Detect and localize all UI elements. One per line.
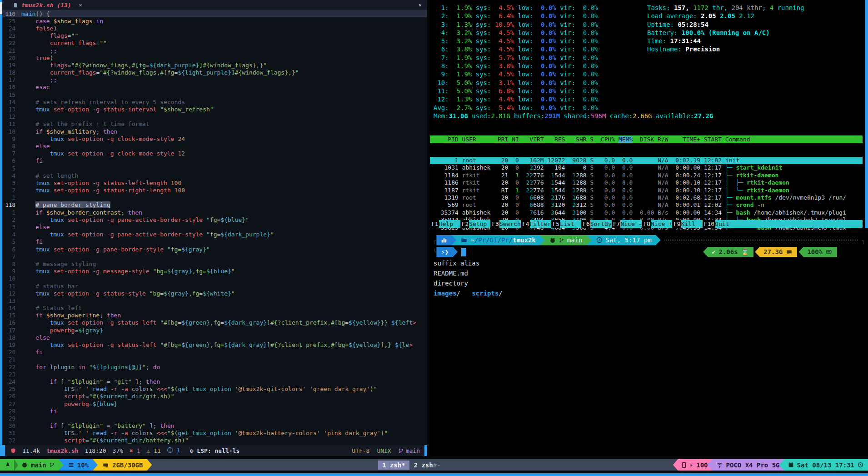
- code-line: 4 tmux set-option -g pane-active-border-…: [2, 231, 427, 238]
- hourglass-icon: ⌛: [741, 248, 749, 256]
- prompt-datetime: Sat, 5:17 pm: [606, 236, 652, 244]
- code-line: 14 # sets refresh interval to every 5 se…: [2, 98, 427, 105]
- editor-pane[interactable]: tmux2k.sh (13) ✕ ✕ 110main() {25 case $s…: [2, 0, 427, 456]
- process-row[interactable]: 1187 rtkit RT 1 22776 1544 1288 S 0.0 0.…: [430, 187, 863, 194]
- terminal-pane[interactable]: ╭ ~/Pr/Gi/Pr/tmux2k main Sat, 5:17 pm ╮ …: [430, 230, 868, 456]
- battery-segment: 100%: [798, 247, 837, 257]
- prompt-corner-tl: ╭: [433, 236, 436, 244]
- code-line: 13 tmux set-option -g status-interval "$…: [2, 105, 427, 113]
- code-line: 8 # message styling: [2, 260, 427, 267]
- code-line: 118 # pane border styling: [2, 201, 427, 209]
- fkey-f8[interactable]: F8: [642, 220, 651, 228]
- prompt-arrow-segment: ⚡❯: [436, 247, 458, 257]
- system-info-line: Tasks: 157, 1172 thr, 204 kthr; 4 runnin…: [647, 4, 804, 12]
- folder-icon: [461, 237, 467, 243]
- prompt-corner-tr: ╮: [862, 236, 865, 244]
- cpu-meter-row: 8: 1.9% sys: 3.8% low: 0.0% vir: 0.0%: [434, 62, 713, 70]
- prompt-arrow: ⚡❯: [441, 248, 449, 256]
- terminal-output-line: directory: [434, 278, 503, 288]
- network-name: POCO X4 Pro 5G: [726, 461, 780, 469]
- system-info-line: Battery: 100.0% (Running on A/C): [647, 29, 804, 37]
- fkey-label[interactable]: List: [560, 220, 581, 228]
- process-row[interactable]: 35374 abhishek 20 0 7616 3644 3100 S 0.0…: [430, 209, 863, 216]
- duration-segment: ✔ 2.06s ⌛: [703, 247, 753, 257]
- branch-icon: [559, 237, 564, 243]
- code-line: 16 tmux set-option -g status-left "#[bg=…: [2, 319, 427, 326]
- cpu-meter-row: 11: 5.0% sys: 6.8% low: 0.0% vir: 0.0%: [434, 87, 713, 95]
- pane-close-icon[interactable]: ✕: [419, 0, 422, 10]
- code-line: 31 IFS=' ' read -r -a colors <<<"$(get_t…: [2, 430, 427, 437]
- cpu-meter-row: 12: 1.3% sys: 4.4% low: 0.0% vir: 0.0%: [434, 95, 713, 103]
- code-line: 5 fi: [2, 238, 427, 246]
- ram-usage: 2GB/30GB: [112, 461, 143, 469]
- fkey-f3[interactable]: F3: [490, 220, 499, 228]
- process-row[interactable]: 1 root 20 0 162M 12072 9028 S 0.0 0.0 N/…: [430, 157, 863, 164]
- code-line: 2 tmux set-option -g status-right-length…: [2, 187, 427, 194]
- system-info-line: Hostname: Precision: [647, 45, 804, 53]
- tab-tmux2k[interactable]: tmux2k.sh (13) ✕: [2, 0, 89, 10]
- code-line: 22 for lplugin in "${lplugins[@]}"; do: [2, 363, 427, 371]
- code-line: 32 script="#($current_dir/battery.sh)": [2, 437, 427, 444]
- fkey-f2[interactable]: F2: [460, 220, 469, 228]
- system-info: Tasks: 157, 1172 thr, 204 kthr; 4 runnin…: [647, 4, 804, 54]
- fkey-f9[interactable]: F9: [672, 220, 681, 228]
- fkey-label[interactable]: Nice -: [620, 220, 642, 228]
- prompt-filler: [664, 240, 858, 241]
- fkey-f4[interactable]: F4: [521, 220, 530, 228]
- code-line: 21 ;;: [2, 47, 427, 54]
- cpu-segment: 10%: [59, 459, 98, 471]
- fkey-label[interactable]: Nice +: [651, 220, 672, 228]
- file-icon: [13, 2, 18, 8]
- tmux-window-2[interactable]: 2 zsh#-: [414, 461, 441, 469]
- terminal-output-line: README.md: [434, 268, 503, 278]
- code-buffer[interactable]: 110main() {25 case $show_flags in24 fals…: [2, 10, 427, 445]
- tmux-battery-percent: 100: [696, 461, 708, 469]
- fkey-f6[interactable]: F6: [581, 220, 590, 228]
- battery-icon: [682, 461, 686, 468]
- time-segment: Sat, 5:17 pm: [587, 235, 661, 246]
- fkey-label[interactable]: Quit: [715, 220, 863, 228]
- code-line: 7 tmux set-option -g clock-mode-style 12: [2, 150, 427, 157]
- encoding-label: UTF-8: [352, 447, 369, 454]
- calendar-icon: [788, 462, 794, 468]
- cpu-meter-row: 10: 5.0% sys: 3.1% low: 0.0% vir: 0.0%: [434, 79, 713, 87]
- code-line: 6 fi: [2, 157, 427, 165]
- code-line: 10 if $show_military; then: [2, 128, 427, 135]
- process-row[interactable]: 1186 rtkit 20 0 22776 1544 1288 S 0.0 0.…: [430, 179, 863, 186]
- code-line: 11 # set the prefix + t time format: [2, 120, 427, 128]
- process-row[interactable]: 1184 rtkit 21 1 22776 1544 1288 S 0.0 0.…: [430, 172, 863, 179]
- fkey-label[interactable]: Setup: [469, 220, 490, 228]
- cpu-meter-row: 9: 1.9% sys: 4.5% low: 0.0% vir: 0.0%: [434, 70, 713, 78]
- fkey-label[interactable]: Kill: [681, 220, 703, 228]
- fkey-label[interactable]: Search: [499, 220, 521, 228]
- os-logo-icon: [441, 237, 447, 243]
- code-line: 4 # set length: [2, 172, 427, 179]
- battery-percent: 100%: [807, 248, 823, 256]
- code-line: 10: [2, 275, 427, 282]
- fkey-label[interactable]: Help: [439, 220, 460, 228]
- cpu-meter-row: 7: 1.9% sys: 5.7% low: 0.0% vir: 0.0%: [434, 54, 713, 62]
- octocat-icon: [549, 237, 556, 243]
- fkey-f1[interactable]: F1: [430, 220, 439, 228]
- process-row[interactable]: 1031 abhishek 20 0 2392 104 0 S 0.0 0.0 …: [430, 164, 863, 171]
- fkey-f10[interactable]: F10: [703, 220, 715, 228]
- prompt-git-branch: main: [567, 236, 583, 244]
- fkey-label[interactable]: SortBy: [590, 220, 612, 228]
- code-line: 7: [2, 253, 427, 260]
- process-row[interactable]: 1319 root 20 0 6608 2176 1688 S 0.0 0.0 …: [430, 194, 863, 201]
- tmux-window-1[interactable]: 1 zsh*: [378, 461, 409, 470]
- htop-pane[interactable]: 1: 1.9% sys: 4.5% low: 0.0% vir: 0.0% 2:…: [430, 0, 865, 228]
- process-row[interactable]: 569 root 20 0 6688 3120 2312 S 0.0 0.0 N…: [430, 201, 863, 209]
- gauge-icon: [68, 462, 74, 468]
- charging-bolt-icon: ⚡: [689, 461, 693, 469]
- code-line: 9 tmux set-option -g clock-mode-style 24: [2, 135, 427, 142]
- code-line: 15: [2, 91, 427, 98]
- code-line: 16 esac: [2, 84, 427, 91]
- fkey-f7[interactable]: F7: [612, 220, 621, 228]
- tab-close-icon[interactable]: ✕: [79, 2, 82, 8]
- process-table-header[interactable]: PID USER PRI NI VIRT RES SHR S CPU% MEM%…: [430, 135, 863, 143]
- fkey-label[interactable]: Filter: [530, 220, 551, 228]
- bottom-border: [0, 473, 868, 476]
- fkey-f5[interactable]: F5: [551, 220, 560, 228]
- code-line: 23 flags="": [2, 32, 427, 40]
